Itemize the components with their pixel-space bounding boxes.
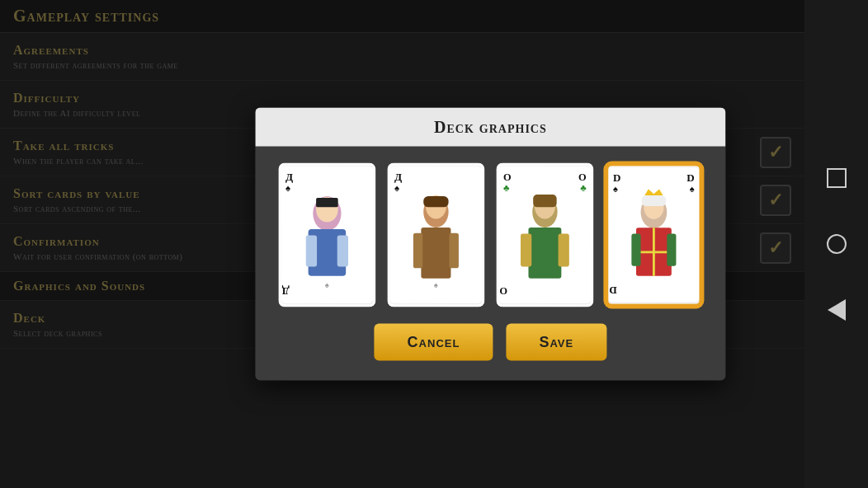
svg-rect-16 [413, 233, 422, 269]
svg-rect-27 [521, 234, 531, 267]
android-nav-bar [804, 0, 868, 488]
svg-rect-42 [667, 234, 676, 266]
svg-rect-26 [528, 228, 561, 279]
svg-text:Д: Д [394, 171, 402, 183]
cancel-button[interactable]: Cancel [375, 324, 493, 361]
svg-rect-44 [641, 195, 666, 206]
svg-rect-6 [306, 235, 317, 266]
back-icon [828, 299, 846, 321]
cards-selection-row: Д ♠ Д ♠ [278, 163, 702, 307]
svg-text:D: D [686, 171, 694, 184]
svg-text:О: О [503, 171, 512, 183]
nav-circle-button[interactable] [820, 228, 853, 260]
modal-buttons-row: Cancel Save [375, 324, 607, 364]
svg-text:♠: ♠ [613, 184, 618, 194]
svg-rect-28 [559, 234, 569, 267]
svg-text:О: О [578, 171, 587, 183]
nav-square-button[interactable] [820, 162, 853, 195]
nav-back-button[interactable] [820, 293, 853, 326]
card-option-1[interactable]: Д ♠ Д ♠ [278, 163, 375, 307]
svg-text:♣: ♣ [503, 183, 510, 193]
save-button[interactable]: Save [506, 324, 606, 361]
card-1-inner: Д ♠ Д ♠ [281, 166, 373, 305]
square-icon [827, 168, 847, 188]
svg-text:♠: ♠ [434, 281, 438, 289]
card-3-inner: О ♣ О О ♣ [498, 166, 591, 305]
card-option-3[interactable]: О ♣ О О ♣ [496, 163, 593, 307]
svg-rect-30 [533, 195, 556, 207]
svg-text:О: О [499, 285, 507, 297]
svg-text:D: D [613, 171, 620, 184]
svg-rect-17 [450, 233, 459, 269]
modal-header: Deck graphics [255, 108, 725, 147]
svg-text:♣: ♣ [580, 183, 587, 193]
svg-rect-41 [631, 234, 640, 266]
card-option-2[interactable]: Д ♠ ♠ [387, 163, 484, 307]
svg-text:♠: ♠ [285, 183, 290, 193]
svg-text:D: D [609, 284, 616, 297]
svg-text:Д: Д [285, 171, 293, 183]
svg-rect-19 [423, 196, 448, 207]
card-4-inner: D ♠ D D [608, 167, 699, 304]
svg-text:♠: ♠ [690, 184, 695, 194]
svg-text:♠: ♠ [325, 281, 329, 289]
card-2-inner: Д ♠ ♠ [389, 166, 482, 305]
modal-body: Д ♠ Д ♠ [255, 147, 725, 381]
circle-icon [827, 234, 847, 254]
svg-text:Д: Д [282, 285, 290, 298]
card-option-4[interactable]: D ♠ D D [605, 163, 702, 307]
deck-graphics-modal: Deck graphics Д ♠ Д [255, 108, 725, 381]
svg-rect-9 [316, 198, 338, 207]
svg-rect-7 [337, 235, 348, 266]
svg-text:♠: ♠ [394, 183, 399, 193]
modal-title: Deck graphics [434, 118, 547, 136]
svg-rect-15 [421, 228, 451, 279]
